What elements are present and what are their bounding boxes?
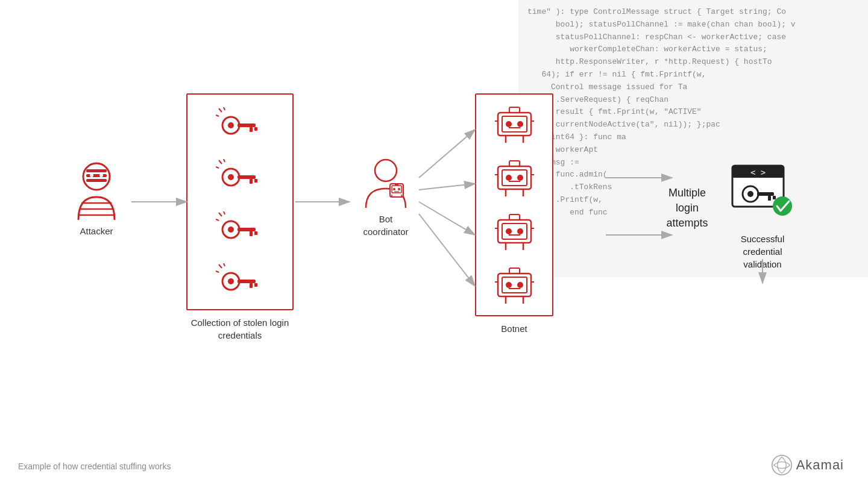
svg-rect-33: [250, 231, 253, 236]
svg-rect-41: [250, 283, 253, 288]
svg-line-21: [216, 167, 219, 168]
credential-screen-icon: < >: [729, 163, 796, 229]
collection-node: Collection of stolen login credentials: [186, 93, 294, 342]
svg-rect-77: [509, 214, 520, 220]
botnet-node: Botnet: [475, 93, 553, 335]
svg-line-37: [216, 271, 219, 272]
svg-line-12: [224, 107, 225, 110]
robot-icon-2: [495, 160, 534, 196]
svg-rect-4: [86, 174, 107, 177]
svg-point-64: [506, 175, 512, 181]
code-background: time" ): type ControlMessage struct { Ta…: [518, 0, 868, 277]
svg-rect-67: [509, 161, 520, 166]
svg-rect-24: [237, 175, 256, 179]
robot-icon-3: [495, 214, 534, 250]
svg-point-39: [228, 278, 234, 284]
svg-line-28: [224, 211, 225, 214]
svg-line-27: [219, 213, 222, 216]
svg-line-36: [224, 263, 225, 266]
credential-validation-label: Successfulcredentialvalidation: [741, 233, 785, 271]
robot-icon-1: [495, 107, 534, 143]
svg-point-101: [772, 455, 791, 475]
arrow-bot-botnet3: [419, 202, 475, 235]
svg-rect-42: [254, 283, 257, 287]
svg-rect-49: [395, 184, 398, 186]
svg-rect-25: [250, 179, 253, 184]
akamai-text: Akamai: [796, 457, 844, 473]
svg-point-74: [506, 228, 512, 234]
svg-rect-57: [509, 107, 520, 113]
akamai-logo: Akamai: [771, 454, 844, 476]
attacker-label: Attacker: [80, 225, 113, 237]
svg-point-84: [506, 282, 512, 288]
collection-label: Collection of stolen login credentials: [186, 316, 294, 342]
svg-point-96: [747, 191, 753, 197]
svg-point-75: [517, 228, 523, 234]
credential-validation-node: < > Successfulcredentialvalidation: [723, 163, 802, 271]
svg-line-13: [216, 115, 219, 116]
svg-point-7: [99, 174, 103, 177]
attacker-icon: [69, 160, 124, 220]
svg-rect-26: [254, 179, 257, 183]
multiple-login-label: Multipleloginattempts: [666, 186, 708, 231]
bot-coordinator-icon: [359, 154, 413, 208]
svg-point-85: [517, 282, 523, 288]
arrow-bot-botnet4: [419, 214, 475, 286]
svg-rect-34: [254, 231, 257, 235]
svg-point-43: [375, 160, 397, 181]
arrow-bot-botnet1: [419, 130, 475, 178]
svg-rect-32: [237, 228, 256, 231]
svg-rect-16: [237, 124, 256, 127]
svg-point-54: [506, 121, 512, 127]
svg-point-23: [228, 174, 234, 180]
svg-rect-3: [86, 179, 107, 182]
key-icon-2: [216, 159, 264, 192]
svg-line-11: [219, 108, 222, 112]
svg-point-65: [517, 175, 523, 181]
svg-line-29: [216, 219, 219, 221]
svg-rect-5: [86, 169, 107, 172]
svg-point-6: [90, 174, 93, 177]
svg-point-46: [393, 188, 395, 190]
multiple-login-node: Multipleloginattempts: [639, 181, 735, 231]
svg-point-100: [773, 196, 792, 216]
key-icon-4: [216, 263, 264, 296]
svg-rect-99: [773, 196, 776, 199]
svg-rect-98: [768, 196, 771, 201]
bot-coordinator-node: Botcoordinator: [350, 154, 422, 238]
svg-line-20: [224, 159, 225, 162]
collection-box: [186, 93, 294, 310]
key-icon-3: [216, 211, 264, 245]
arrow-bot-botnet2: [419, 184, 475, 190]
svg-rect-17: [250, 127, 253, 132]
robot-icon-4: [495, 267, 534, 304]
svg-line-35: [219, 264, 222, 268]
key-icon-1: [216, 107, 264, 140]
svg-point-31: [228, 227, 234, 233]
bot-coordinator-label: Botcoordinator: [363, 213, 408, 238]
botnet-box: [475, 93, 553, 316]
svg-rect-97: [757, 192, 774, 196]
svg-point-55: [517, 121, 523, 127]
svg-text:< >: < >: [750, 167, 766, 177]
caption: Example of how credential stuffing works: [18, 461, 171, 471]
svg-rect-40: [237, 280, 256, 283]
svg-point-15: [228, 122, 234, 128]
svg-rect-87: [509, 268, 520, 274]
attacker-node: Attacker: [60, 160, 133, 237]
svg-point-47: [398, 188, 400, 190]
svg-line-19: [219, 160, 222, 164]
botnet-label: Botnet: [501, 322, 527, 335]
svg-rect-18: [254, 127, 257, 131]
akamai-icon: [771, 454, 793, 476]
